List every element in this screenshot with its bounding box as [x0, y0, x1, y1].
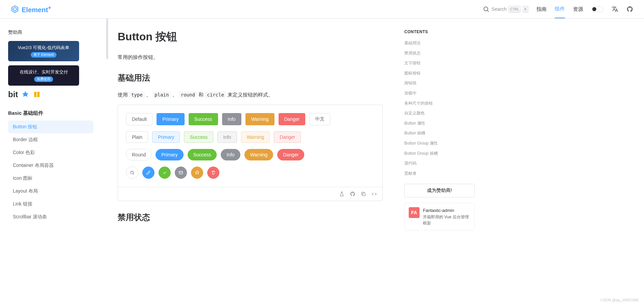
page-title: Button 按钮 [118, 29, 383, 44]
logo-sup: + [48, 4, 51, 11]
toc-link[interactable]: 图标按钮 [404, 68, 475, 79]
btn-round-info[interactable]: Info [221, 149, 240, 160]
fa-text: Fantastic-admin 开箱即用的 Vue 后台管理框架 [423, 207, 470, 226]
btn-circle-delete[interactable] [207, 167, 219, 179]
logo[interactable]: Element+ [11, 4, 51, 14]
btn-plain-info[interactable]: Info [217, 131, 237, 143]
toc-link[interactable]: 贡献者 [404, 169, 475, 179]
sidebar-item-container[interactable]: Container 布局容器 [8, 159, 93, 172]
btn-round-danger[interactable]: Danger [277, 149, 304, 160]
header: Element+ Search CTRL K 指南 组件 资源 [0, 0, 644, 19]
toc: CONTENTS 基础用法 禁用状态 文字按钮 图标按钮 按钮组 加载中 各种尺… [399, 19, 480, 304]
sponsor-sub: 免费使用 [34, 77, 53, 82]
code-circle: circle [205, 91, 226, 98]
toc-link[interactable]: 按钮组 [404, 78, 475, 88]
sponsor-icon-1[interactable] [21, 90, 29, 99]
toc-link[interactable]: 基础用法 [404, 38, 475, 48]
toc-link[interactable]: Button Group 属性 [404, 138, 475, 149]
flask-icon[interactable] [339, 191, 344, 197]
btn-circle-search[interactable] [126, 167, 138, 179]
nav-resource[interactable]: 资源 [573, 1, 583, 18]
search-placeholder: Search [492, 6, 506, 12]
svg-rect-5 [362, 193, 365, 196]
toc-link[interactable]: 禁用状态 [404, 48, 475, 59]
fantastic-admin-card[interactable]: FA Fantastic-admin 开箱即用的 Vue 后台管理框架 [404, 203, 475, 231]
toc-link[interactable]: 各种尺寸的按钮 [404, 99, 475, 109]
translate-icon[interactable] [612, 6, 618, 13]
toc-link[interactable]: Button Group 插槽 [404, 149, 475, 159]
header-right: Search CTRL K 指南 组件 资源 [483, 0, 633, 18]
message-icon [178, 170, 183, 175]
sidebar-item-icon[interactable]: Icon 图标 [8, 172, 93, 185]
btn-primary[interactable]: Primary [157, 113, 184, 125]
btn-plain-warning[interactable]: Warning [241, 131, 270, 143]
btn-round-success[interactable]: Success [188, 149, 217, 160]
sidebar-item-scrollbar[interactable]: Scrollbar 滚动条 [8, 211, 93, 223]
nav-component[interactable]: 组件 [555, 0, 565, 18]
code-icon[interactable] [372, 191, 377, 197]
sidebar-item-layout[interactable]: Layout 布局 [8, 185, 93, 198]
theme-toggle[interactable] [591, 6, 603, 12]
sponsor-icon-2[interactable] [33, 90, 41, 99]
sponsor-title: Vue2/3 可视化-低代码表单 [18, 45, 70, 51]
sponsor-card-1[interactable]: Vue2/3 可视化-低代码表单 基于 Element [8, 41, 79, 61]
search-box[interactable]: Search CTRL K [483, 6, 528, 13]
svg-rect-1 [34, 92, 37, 97]
github-icon[interactable] [350, 191, 355, 197]
btn-plain-primary[interactable]: Primary [152, 131, 180, 143]
btn-circle-edit[interactable] [142, 167, 154, 179]
btn-round[interactable]: Round [126, 149, 151, 160]
btn-danger[interactable]: Danger [279, 113, 306, 125]
btn-round-primary[interactable]: Primary [156, 149, 183, 160]
btn-circle-check[interactable] [159, 167, 171, 179]
toc-link[interactable]: 文字按钮 [404, 58, 475, 68]
section-basic-title: 基础用法 [118, 72, 383, 83]
copy-icon[interactable] [361, 191, 366, 197]
sidebar: 赞助商 Vue2/3 可视化-低代码表单 基于 Element 在线设计、实时开… [0, 19, 101, 304]
toc-link[interactable]: Button 插槽 [404, 128, 475, 138]
element-logo-icon [11, 5, 19, 13]
svg-point-3 [130, 171, 133, 174]
search-icon [483, 6, 490, 13]
fa-title: Fantastic-admin [423, 207, 470, 214]
github-icon[interactable] [626, 6, 633, 13]
code-type: type [129, 91, 145, 98]
fa-icon: FA [409, 207, 420, 218]
btn-round-warning[interactable]: Warning [244, 149, 273, 160]
button-row-circle [126, 167, 374, 179]
sidebar-item-link[interactable]: Link 链接 [8, 198, 93, 211]
sponsor-row: bit [8, 90, 93, 99]
toc-link[interactable]: Button 属性 [404, 118, 475, 129]
btn-info[interactable]: Info [222, 113, 241, 125]
sidebar-item-button[interactable]: Button 按钮 [8, 121, 93, 133]
btn-plain-success[interactable]: Success [184, 131, 213, 143]
bit-logo[interactable]: bit [8, 90, 18, 99]
sidebar-item-border[interactable]: Border 边框 [8, 133, 93, 146]
btn-plain[interactable]: Plain [126, 131, 148, 143]
check-icon [162, 170, 167, 175]
scrollbar-thumb[interactable] [106, 19, 108, 59]
fa-desc: 开箱即用的 Vue 后台管理框架 [423, 214, 470, 226]
btn-success[interactable]: Success [189, 113, 218, 125]
sidebar-category: Basic 基础组件 [8, 110, 93, 116]
edit-icon [146, 170, 151, 175]
layout: 赞助商 Vue2/3 可视化-低代码表单 基于 Element 在线设计、实时开… [0, 19, 644, 304]
btn-plain-danger[interactable]: Danger [274, 131, 301, 143]
section-basic-desc: 使用 type 、 plain 、 round 和 circle 来定义按钮的样… [118, 90, 383, 99]
become-sponsor-button[interactable]: 成为赞助商! [404, 184, 475, 197]
kbd-k: K [523, 6, 528, 13]
main-content: Button 按钮 常用的操作按钮。 基础用法 使用 type 、 plain … [101, 19, 399, 304]
btn-cn[interactable]: 中文 [309, 113, 330, 125]
page-desc: 常用的操作按钮。 [118, 52, 383, 62]
btn-circle-message[interactable] [175, 167, 187, 179]
btn-circle-star[interactable] [191, 167, 203, 179]
toc-link[interactable]: 加载中 [404, 88, 475, 99]
toc-link[interactable]: 源代码 [404, 158, 475, 169]
sidebar-item-color[interactable]: Color 色彩 [8, 146, 93, 159]
search-icon [130, 170, 135, 175]
btn-warning[interactable]: Warning [245, 113, 275, 125]
btn-default[interactable]: Default [126, 113, 152, 125]
nav-guide[interactable]: 指南 [536, 1, 547, 18]
sponsor-card-2[interactable]: 在线设计、实时开发交付 免费使用 [8, 65, 79, 86]
toc-link[interactable]: 自定义颜色 [404, 108, 475, 118]
